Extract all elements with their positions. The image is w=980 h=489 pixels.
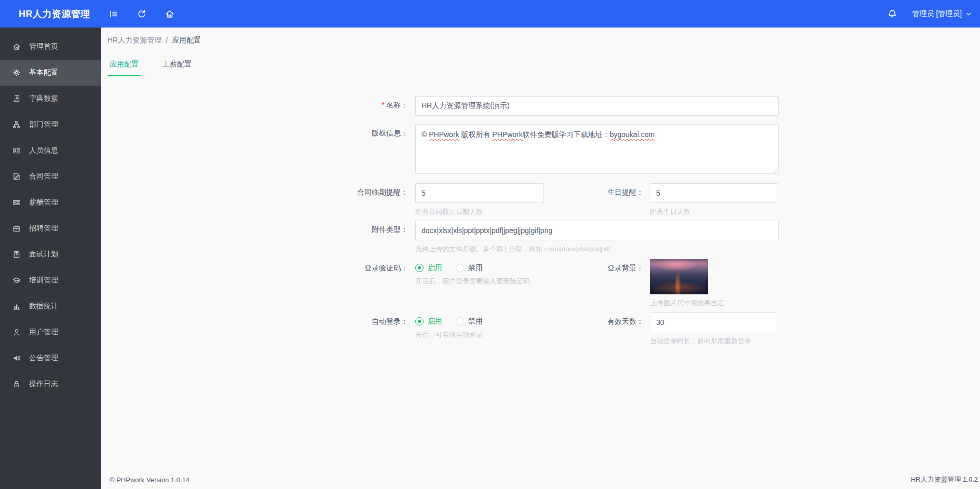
sidebar-item-label: 面试计划 [29,250,58,259]
breadcrumb: HR人力资源管理 / 应用配置 [107,36,980,45]
sidebar-item-logs[interactable]: 操作日志 [0,371,101,397]
radio-dot-icon [456,317,464,325]
chevron-down-icon [965,11,972,17]
org-chart-icon [12,120,21,129]
sidebar-item-salary[interactable]: 薪酬管理 [0,189,101,215]
sidebar-item-label: 薪酬管理 [29,198,58,207]
home-icon[interactable] [165,9,175,19]
radio-label: 启用 [428,317,442,326]
breadcrumb-current: 应用配置 [172,36,201,45]
attachment-types-input[interactable] [415,221,779,240]
home-icon [12,43,21,51]
auto-login-radio-disabled[interactable]: 禁用 [456,317,483,326]
radio-label: 禁用 [468,263,483,273]
user-name: 管理员 [管理员] [912,9,962,19]
captcha-hint: 开启后，用户登录需要输入图形验证码 [415,277,544,286]
sidebar-item-label: 合同管理 [29,172,58,181]
sidebar-item-label: 字典数据 [29,94,58,103]
sidebar-item-dashboard[interactable]: 管理首页 [0,34,101,60]
sidebar-item-recruitment[interactable]: 招聘管理 [0,215,101,241]
user-dropdown[interactable]: 管理员 [管理员] [912,9,972,19]
auto-login-radio-group: 启用 禁用 [415,313,544,326]
recruitment-icon [12,224,21,233]
name-input[interactable] [415,96,779,116]
sidebar-item-announcements[interactable]: 公告管理 [0,345,101,371]
radio-dot-icon [415,317,424,325]
sidebar-item-basic-config[interactable]: 基本配置 [0,60,101,86]
contract-reminder-hint: 距离合同截止日期天数 [415,207,544,216]
refresh-icon[interactable] [137,9,147,19]
announcement-icon [12,354,21,362]
radio-dot-icon [456,264,464,272]
birthday-reminder-input[interactable] [650,183,778,203]
log-icon [12,380,21,388]
content-area: HR人力资源管理 / 应用配置 应用配置 工薪配置 *名称： [101,28,980,470]
sidebar-item-interviews[interactable]: 面试计划 [0,241,101,267]
attachment-types-hint: 允许上传的文件后缀。多个用 | 分隔，例如：doc|docx|xlsx|xls|… [415,244,779,254]
captcha-label: 登录验证码： [107,259,408,273]
stats-icon [12,302,21,310]
sidebar-item-training[interactable]: 培训管理 [0,267,101,293]
footer-version: © PHPwork Version 1.0.14 [110,476,189,484]
breadcrumb-root[interactable]: HR人力资源管理 [107,36,161,45]
tab-salary-config[interactable]: 工薪配置 [160,57,194,76]
auto-login-hint: 开启，可实现自动登录 [415,330,544,339]
sidebar-item-label: 招聘管理 [29,224,58,233]
radio-label: 启用 [428,263,442,273]
contract-reminder-input[interactable] [415,183,544,203]
radio-label: 禁用 [468,317,483,326]
sidebar-item-label: 操作日志 [29,379,58,389]
required-asterisk: * [382,101,385,109]
copyright-text: 版权所有 [459,130,493,139]
copyright-label: 版权信息： [107,124,408,138]
sidebar-item-dictionary[interactable]: 字典数据 [0,86,101,112]
sidebar-item-users[interactable]: 用户管理 [0,319,101,345]
radio-dot-icon [415,264,424,272]
sidebar-item-personnel[interactable]: 人员信息 [0,138,101,164]
sidebar: 管理首页 基本配置 字典数据 部门管理 人员信息 合同管理 薪酬管理 招聘管理 [0,28,101,489]
app-title: HR人力资源管理 [0,8,101,20]
tab-app-config[interactable]: 应用配置 [107,57,141,76]
copyright-text: PHPwork [429,130,459,139]
copyright-text: PHPwork [492,130,522,139]
training-icon [12,276,21,284]
copyright-text: 软件免费版学习下载地址： [523,130,610,139]
app-config-form: *名称： 版权信息： © PHPwork 版权所有 PHPwork软件免费版学习… [107,96,980,346]
id-card-icon [12,146,21,155]
footer: © PHPwork Version 1.0.14 HR人力资源管理 1.0.2 [101,470,980,489]
sidebar-item-statistics[interactable]: 数据统计 [0,293,101,319]
sidebar-item-label: 基本配置 [29,68,58,77]
tab-bar: 应用配置 工薪配置 [107,57,980,76]
birthday-reminder-hint: 距离生日天数 [650,207,778,216]
captcha-radio-group: 启用 禁用 [415,259,544,273]
auto-login-label: 自动登录： [107,313,408,327]
interview-icon [12,250,21,259]
sidebar-item-label: 部门管理 [29,120,58,129]
contract-reminder-label: 合同临期提醒： [107,183,408,197]
auto-login-radio-enabled[interactable]: 启用 [415,317,442,326]
valid-days-label: 有效天数： [544,313,644,327]
login-background-image[interactable] [650,259,708,294]
collapse-menu-icon[interactable] [108,9,119,19]
valid-days-hint: 自动登录时长，超出后需重新登录 [650,336,778,346]
valid-days-input[interactable] [650,313,778,332]
sidebar-item-departments[interactable]: 部门管理 [0,112,101,138]
salary-icon [12,198,21,207]
birthday-reminder-label: 生日提醒： [544,183,644,197]
footer-app-version: HR人力资源管理 1.0.2 [911,475,978,484]
user-icon [12,328,21,336]
bell-icon[interactable] [887,9,897,19]
login-background-hint: 上传图片尺寸视效果自定 [650,298,778,308]
sidebar-item-label: 公告管理 [29,354,58,363]
captcha-radio-disabled[interactable]: 禁用 [456,263,483,273]
sidebar-item-label: 用户管理 [29,328,58,337]
sidebar-item-label: 管理首页 [29,42,58,51]
gear-icon [12,69,21,77]
copyright-textarea[interactable]: © PHPwork 版权所有 PHPwork软件免费版学习下载地址：bygouk… [415,124,779,174]
captcha-radio-enabled[interactable]: 启用 [415,263,442,273]
sidebar-item-label: 数据统计 [29,302,58,311]
sidebar-item-contracts[interactable]: 合同管理 [0,164,101,189]
book-icon [12,94,21,103]
name-label: *名称： [107,96,408,110]
copyright-text: © [421,130,429,139]
